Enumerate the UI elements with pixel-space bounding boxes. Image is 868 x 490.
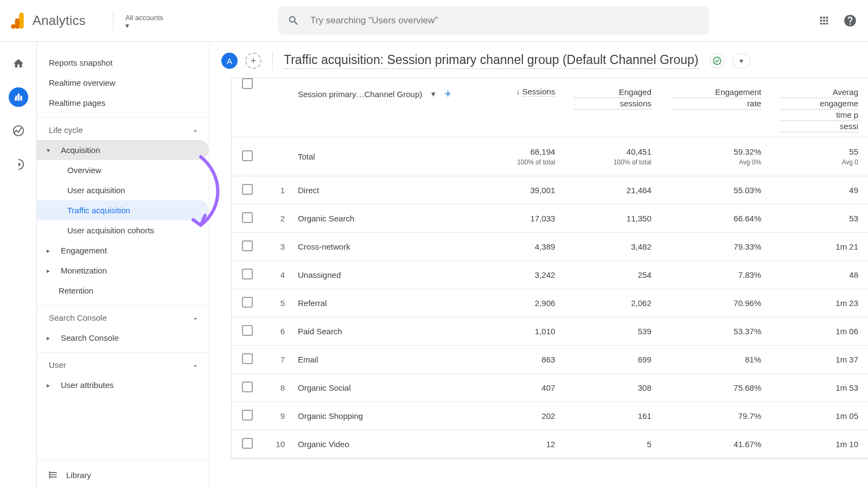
row-index: 8 (263, 373, 288, 402)
rail-advertising[interactable] (9, 155, 28, 174)
row-rate: 53.37% (661, 317, 771, 345)
rail-home[interactable] (9, 54, 28, 73)
row-rate: 41.67% (661, 430, 771, 458)
table-row[interactable]: 6Paid Search1,01053953.37%1m 06 (232, 317, 868, 345)
nav-section-search-console[interactable]: Search Console (37, 305, 209, 328)
rail-reports[interactable] (9, 87, 28, 107)
row-avg: 1m 23 (771, 289, 868, 317)
col-engagement-rate[interactable]: Engagementrate (661, 78, 771, 137)
svg-rect-4 (17, 94, 19, 101)
row-index: 4 (263, 260, 288, 289)
row-checkbox[interactable] (242, 184, 253, 195)
row-index: 9 (263, 402, 288, 430)
table-row[interactable]: 8Organic Social40730875.68%1m 53 (232, 373, 868, 402)
dimension-header[interactable]: Session primary…Channel Group) (298, 90, 422, 99)
add-dimension-button[interactable]: + (444, 87, 451, 101)
chevron-down-icon: ▾ (125, 23, 129, 28)
row-rate: 79.7% (661, 402, 771, 430)
nav-search-console[interactable]: ▸Search Console (37, 328, 209, 348)
nav-user-acquisition[interactable]: User acquisition (37, 180, 209, 200)
row-rate: 79.33% (661, 232, 771, 260)
row-engaged: 21,464 (565, 176, 661, 204)
row-dimension: Organic Video (288, 430, 467, 458)
nav-realtime-pages[interactable]: Realtime pages (37, 93, 209, 113)
apps-grid-icon[interactable] (818, 15, 830, 27)
select-all-checkbox[interactable] (242, 78, 253, 89)
row-dimension: Organic Social (288, 373, 467, 402)
search-icon (288, 15, 299, 27)
nav-user-acq-cohorts[interactable]: User acquisition cohorts (37, 220, 209, 240)
col-avg-engagement[interactable]: Averagengagemetime psessi (771, 78, 868, 137)
row-checkbox[interactable] (242, 410, 253, 421)
table-row[interactable]: 10Organic Video12541.67%1m 10 (232, 430, 868, 458)
table-row[interactable]: 3Cross-network4,3893,48279.33%1m 21 (232, 232, 868, 260)
nav-traffic-acquisition[interactable]: Traffic acquisition (37, 200, 209, 220)
row-checkbox[interactable] (242, 438, 253, 449)
row-checkbox[interactable] (242, 269, 253, 279)
total-rate: 59.32%Avg 0% (661, 137, 771, 176)
row-checkbox[interactable] (242, 297, 253, 308)
row-engaged: 254 (565, 260, 661, 289)
nav-monetization[interactable]: ▸Monetization (37, 260, 209, 281)
table-row[interactable]: 5Referral2,9062,06270.96%1m 23 (232, 289, 868, 317)
table-row[interactable]: 7Email86369981%1m 37 (232, 345, 868, 373)
nav-retention[interactable]: Retention (37, 281, 209, 301)
search-bar[interactable] (278, 7, 709, 35)
row-engaged: 539 (565, 317, 661, 345)
row-avg: 1m 10 (771, 430, 868, 458)
nav-acquisition[interactable]: ▾ Acquisition (37, 140, 209, 160)
add-comparison-button[interactable]: + (245, 53, 261, 69)
row-engaged: 161 (565, 402, 661, 430)
table-row[interactable]: 4Unassigned3,2422547.83%48 (232, 260, 868, 289)
nav-realtime-overview[interactable]: Realtime overview (37, 73, 209, 93)
row-dimension: Paid Search (288, 317, 467, 345)
svg-point-2 (11, 24, 16, 29)
row-rate: 66.64% (661, 204, 771, 232)
row-index: 3 (263, 232, 288, 260)
row-dimension: Organic Shopping (288, 402, 467, 430)
row-rate: 7.83% (661, 260, 771, 289)
svg-point-7 (713, 57, 721, 65)
row-checkbox[interactable] (242, 212, 253, 223)
nav-section-user[interactable]: User (37, 352, 209, 375)
nav-reports-snapshot[interactable]: Reports snapshot (37, 53, 209, 73)
row-checkbox[interactable] (242, 150, 253, 161)
svg-point-6 (13, 126, 23, 136)
table-row[interactable]: 1Direct39,00121,46455.03%49 (232, 176, 868, 204)
report-nav: Reports snapshot Realtime overview Realt… (37, 42, 209, 490)
caret-right-icon: ▸ (47, 381, 54, 389)
analytics-logo-icon (11, 12, 25, 29)
row-checkbox[interactable] (242, 381, 253, 392)
search-input[interactable] (309, 15, 699, 27)
comparison-chip-a[interactable]: A (221, 53, 238, 69)
status-verified-icon[interactable] (710, 53, 725, 68)
nav-library[interactable]: Library (37, 459, 209, 490)
nav-user-attributes[interactable]: ▸User attributes (37, 375, 209, 395)
row-rate: 75.68% (661, 373, 771, 402)
row-engaged: 2,062 (565, 289, 661, 317)
row-checkbox[interactable] (242, 353, 253, 364)
col-engaged-sessions[interactable]: Engagedsessions (565, 78, 661, 137)
rail-explore[interactable] (9, 121, 28, 141)
col-sessions[interactable]: ↓Sessions (467, 78, 565, 137)
row-checkbox[interactable] (242, 240, 253, 251)
table-row[interactable]: 2Organic Search17,03311,35066.64%53 (232, 204, 868, 232)
row-sessions: 4,389 (467, 232, 565, 260)
row-avg: 49 (771, 176, 868, 204)
dimension-dropdown-icon[interactable]: ▼ (430, 90, 437, 98)
row-engaged: 11,350 (565, 204, 661, 232)
account-switcher[interactable]: All accounts ▾ (120, 11, 169, 30)
nav-acq-overview[interactable]: Overview (37, 160, 209, 180)
row-avg: 1m 37 (771, 345, 868, 373)
row-rate: 70.96% (661, 289, 771, 317)
row-dimension: Direct (288, 176, 467, 204)
table-row[interactable]: 9Organic Shopping20216179.7%1m 05 (232, 402, 868, 430)
nav-section-life-cycle[interactable]: Life cycle (37, 117, 209, 140)
row-checkbox[interactable] (242, 325, 253, 336)
row-sessions: 39,001 (467, 176, 565, 204)
row-dimension: Email (288, 345, 467, 373)
header-dropdown[interactable]: ▾ (732, 53, 751, 68)
nav-engagement[interactable]: ▸Engagement (37, 240, 209, 260)
account-label: All accounts (125, 14, 163, 22)
help-icon[interactable] (843, 14, 857, 28)
